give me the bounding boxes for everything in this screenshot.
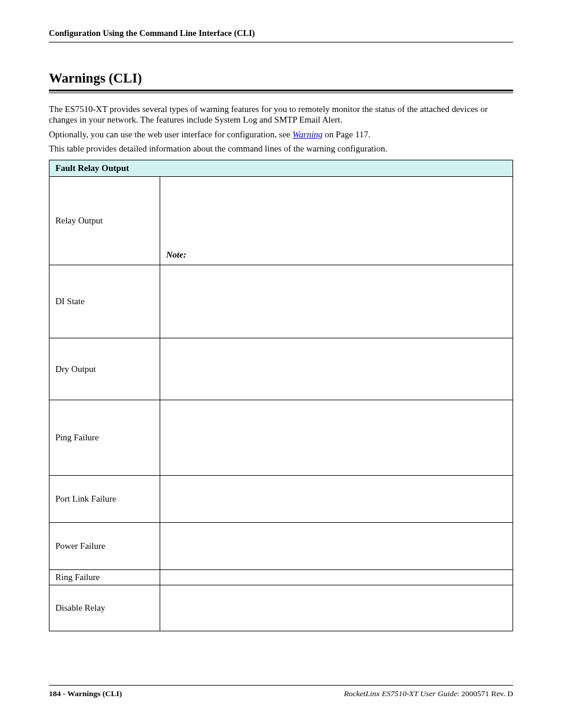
- row-desc-ping-failure: [160, 400, 513, 476]
- title-rule-thin: [49, 93, 513, 93]
- p2-text-b: on Page 117.: [323, 130, 371, 139]
- table-row: Power Failure: [49, 523, 513, 570]
- title-rule-thick: [49, 90, 513, 91]
- table-row: Ping Failure: [49, 400, 513, 476]
- intro-paragraph-3: This table provides detailed information…: [49, 143, 513, 154]
- row-desc-ring-failure: [160, 570, 513, 585]
- footer-rule: [49, 685, 513, 686]
- table-row: Dry Output: [49, 338, 513, 400]
- page-footer: 184 - Warnings (CLI) RocketLinx ES7510-X…: [49, 685, 513, 699]
- intro-paragraph-1: The ES7510-XT provides several types of …: [49, 104, 513, 126]
- warnings-table: Fault Relay Output Relay Output Note: DI…: [49, 160, 513, 631]
- row-label-port-link-failure: Port Link Failure: [49, 476, 160, 523]
- row-label-di-state: DI State: [49, 265, 160, 338]
- running-header: Configuration Using the Command Line Int…: [49, 28, 513, 42]
- row-desc-power-failure: [160, 523, 513, 570]
- footer-right-italic: RocketLinx ES7510-XT User Guide: [344, 689, 457, 698]
- section-title: Warnings (CLI): [49, 71, 513, 86]
- row-label-power-failure: Power Failure: [49, 523, 160, 570]
- table-row: DI State: [49, 265, 513, 338]
- row-label-disable-relay: Disable Relay: [49, 585, 160, 631]
- page: Configuration Using the Command Line Int…: [0, 0, 562, 728]
- row-label-ping-failure: Ping Failure: [49, 400, 160, 476]
- note-label: Note:: [166, 250, 186, 259]
- row-desc-port-link-failure: [160, 476, 513, 523]
- footer-right: RocketLinx ES7510-XT User Guide: 2000571…: [344, 689, 513, 699]
- table-row: Ring Failure: [49, 570, 513, 585]
- footer-line: 184 - Warnings (CLI) RocketLinx ES7510-X…: [49, 689, 513, 699]
- footer-left: 184 - Warnings (CLI): [49, 689, 122, 699]
- row-desc-dry-output: [160, 338, 513, 400]
- table-row: Port Link Failure: [49, 476, 513, 523]
- table-row: Disable Relay: [49, 585, 513, 631]
- table-header-cell: Fault Relay Output: [49, 160, 513, 177]
- warning-link[interactable]: Warning: [292, 130, 322, 139]
- p2-text-a: Optionally, you can use the web user int…: [49, 130, 292, 139]
- row-desc-di-state: [160, 265, 513, 338]
- table-header-row: Fault Relay Output: [49, 160, 513, 177]
- row-desc-relay-output: Note:: [160, 177, 513, 265]
- intro-paragraph-2: Optionally, you can use the web user int…: [49, 129, 513, 140]
- table-row: Relay Output Note:: [49, 177, 513, 265]
- row-label-dry-output: Dry Output: [49, 338, 160, 400]
- row-label-relay-output: Relay Output: [49, 177, 160, 265]
- row-desc-disable-relay: [160, 585, 513, 631]
- row-label-ring-failure: Ring Failure: [49, 570, 160, 585]
- footer-right-plain: : 2000571 Rev. D: [457, 689, 513, 698]
